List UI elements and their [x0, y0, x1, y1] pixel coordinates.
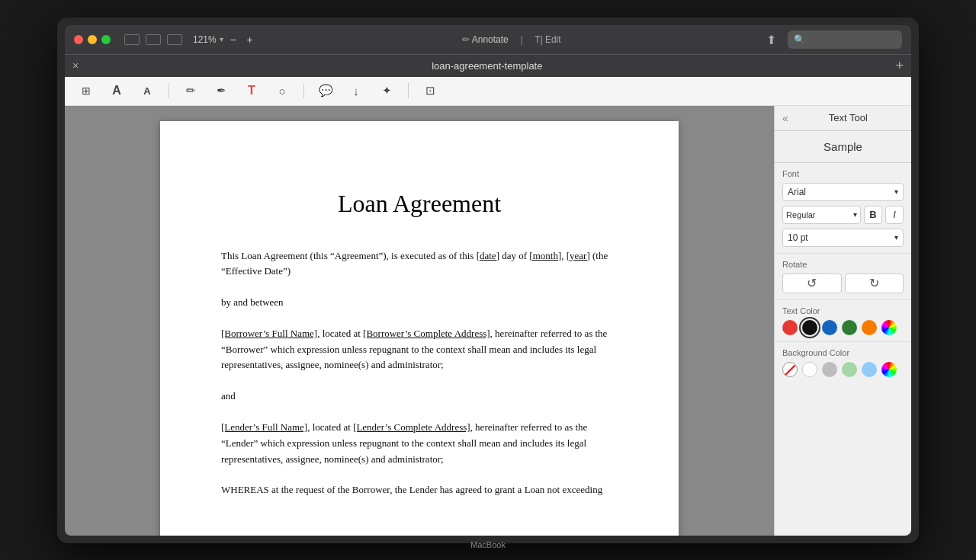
document-body: This Loan Agreement (this “Agreement”), …	[221, 248, 618, 499]
size-dropdown-icon: ▾	[894, 233, 898, 242]
highlight-tool-button[interactable]: ✒	[212, 82, 230, 100]
style-dropdown-icon: ▾	[853, 210, 857, 219]
signature-tool-button[interactable]: ✦	[377, 82, 396, 100]
rotate-label: Rotate	[782, 260, 904, 269]
bg-color-label: Background Color	[782, 348, 904, 357]
tab-add-button[interactable]: +	[895, 58, 904, 74]
paragraph-2: by and between	[221, 295, 618, 311]
font-large-button[interactable]: A	[108, 82, 126, 100]
sidebar-toggle-icons	[124, 34, 182, 45]
right-panel: « Text Tool Sample Font Arial ▾ Regular …	[774, 106, 911, 536]
document-page: Loan Agreement This Loan Agreement (this…	[160, 121, 679, 536]
comment-tool-button[interactable]: 💬	[316, 82, 335, 100]
titlebar-right: ⬆ 🔍	[766, 30, 902, 49]
minimize-button[interactable]	[88, 35, 97, 44]
document-title: Loan Agreement	[221, 190, 618, 218]
font-small-button[interactable]: A	[138, 82, 156, 100]
text-color-picker-button[interactable]	[881, 320, 897, 335]
panel-sample: Sample	[775, 131, 911, 163]
color-black[interactable]	[802, 320, 817, 335]
fullscreen-button[interactable]	[101, 35, 111, 44]
macbook-frame: 121% ▾ − + ✏ Annotate | T| Edit ⬆ 🔍	[57, 18, 919, 543]
text-color-section: Text Color	[775, 299, 911, 341]
sidebar-icon[interactable]	[124, 34, 140, 45]
bg-light-blue[interactable]	[862, 362, 877, 377]
font-dropdown[interactable]: Arial ▾	[782, 183, 904, 201]
bg-color-picker-button[interactable]	[881, 362, 897, 377]
bold-button[interactable]: B	[864, 206, 882, 224]
bg-transparent-button[interactable]	[782, 362, 798, 377]
zoom-minus-button[interactable]: −	[226, 33, 240, 46]
list-icon[interactable]	[167, 34, 182, 45]
titlebar-center: ✏ Annotate | T| Edit	[263, 34, 760, 45]
panel-title: Text Tool	[793, 112, 904, 123]
font-dropdown-icon: ▾	[894, 187, 898, 196]
rotate-cw-button[interactable]: ↻	[845, 274, 904, 293]
paragraph-6: WHEREAS at the request of the Borrower, …	[221, 482, 618, 498]
bg-light-green[interactable]	[842, 362, 857, 377]
divider	[169, 83, 169, 98]
tabbar: × loan-agreement-template +	[65, 54, 911, 77]
text-tool-button[interactable]: T	[242, 82, 261, 100]
annotate-button[interactable]: Annotate	[472, 34, 509, 45]
color-blue[interactable]	[822, 320, 837, 335]
separator: |	[520, 34, 522, 45]
bg-gray[interactable]	[822, 362, 837, 377]
rotate-ccw-button[interactable]: ↺	[782, 274, 842, 293]
font-size-dropdown[interactable]: 10 pt ▾	[782, 229, 904, 247]
font-label: Font	[782, 169, 904, 178]
font-section: Font Arial ▾ Regular ▾ B I 10 p	[775, 163, 911, 253]
tab-close-button[interactable]: ×	[72, 59, 79, 72]
macbook-label: MacBook	[412, 540, 564, 549]
toolbar: ⊞ A A ✏ ✒ T ○ 💬 ↓ ✦ ⊡	[65, 77, 911, 106]
italic-button[interactable]: I	[885, 206, 904, 224]
paragraph-5: [Lender’s Full Name], located at [Lender…	[221, 420, 618, 467]
zoom-plus-button[interactable]: +	[243, 33, 257, 46]
search-icon: 🔍	[794, 34, 805, 45]
style-value: Regular	[786, 210, 816, 219]
text-color-label: Text Color	[782, 306, 904, 315]
color-green[interactable]	[842, 320, 857, 335]
titlebar: 121% ▾ − + ✏ Annotate | T| Edit ⬆ 🔍	[65, 25, 911, 54]
edit-icon[interactable]: T|	[535, 34, 545, 45]
zoom-dropdown-icon[interactable]: ▾	[220, 35, 223, 43]
size-value: 10 pt	[788, 232, 808, 243]
fullscreen-tool-button[interactable]: ⊡	[421, 82, 439, 100]
paragraph-1: This Loan Agreement (this “Agreement”), …	[221, 248, 618, 280]
zoom-control: 121% ▾ − +	[193, 33, 257, 46]
grid-icon[interactable]	[146, 34, 161, 45]
rotate-section: Rotate ↺ ↻	[775, 253, 911, 299]
thumbnail-tool-button[interactable]: ⊞	[77, 82, 95, 100]
search-box: 🔍	[788, 30, 902, 49]
font-style-dropdown[interactable]: Regular ▾	[782, 206, 861, 224]
panel-header: « Text Tool	[775, 106, 911, 131]
annotate-icon[interactable]: ✏	[462, 34, 472, 45]
screen: 121% ▾ − + ✏ Annotate | T| Edit ⬆ 🔍	[65, 25, 911, 536]
bg-color-row	[782, 362, 904, 377]
document-area[interactable]: Loan Agreement This Loan Agreement (this…	[65, 106, 774, 536]
panel-collapse-button[interactable]: «	[782, 112, 788, 124]
font-value: Arial	[788, 187, 806, 197]
font-style-row: Regular ▾ B I	[782, 206, 904, 224]
rotate-row: ↺ ↻	[782, 274, 904, 293]
stamp-tool-button[interactable]: ↓	[347, 82, 365, 100]
tab-title: loan-agreement-template	[85, 60, 889, 72]
zoom-level: 121%	[193, 34, 217, 45]
bg-white[interactable]	[802, 362, 817, 377]
search-input[interactable]	[808, 34, 896, 45]
share-button[interactable]: ⬆	[766, 33, 780, 46]
paragraph-4: and	[221, 389, 618, 405]
bg-color-section: Background Color	[775, 341, 911, 383]
paragraph-3: [Borrower’s Full Name], located at [Borr…	[221, 326, 618, 373]
divider2	[303, 83, 304, 98]
text-color-row	[782, 320, 904, 335]
main-area: Loan Agreement This Loan Agreement (this…	[65, 106, 911, 536]
color-red[interactable]	[782, 320, 798, 335]
pencil-tool-button[interactable]: ✏	[181, 82, 200, 100]
shape-tool-button[interactable]: ○	[273, 82, 291, 100]
traffic-lights	[74, 35, 111, 44]
edit-button[interactable]: Edit	[545, 34, 561, 45]
color-orange[interactable]	[862, 320, 877, 335]
divider3	[408, 83, 409, 98]
close-button[interactable]	[74, 35, 83, 44]
